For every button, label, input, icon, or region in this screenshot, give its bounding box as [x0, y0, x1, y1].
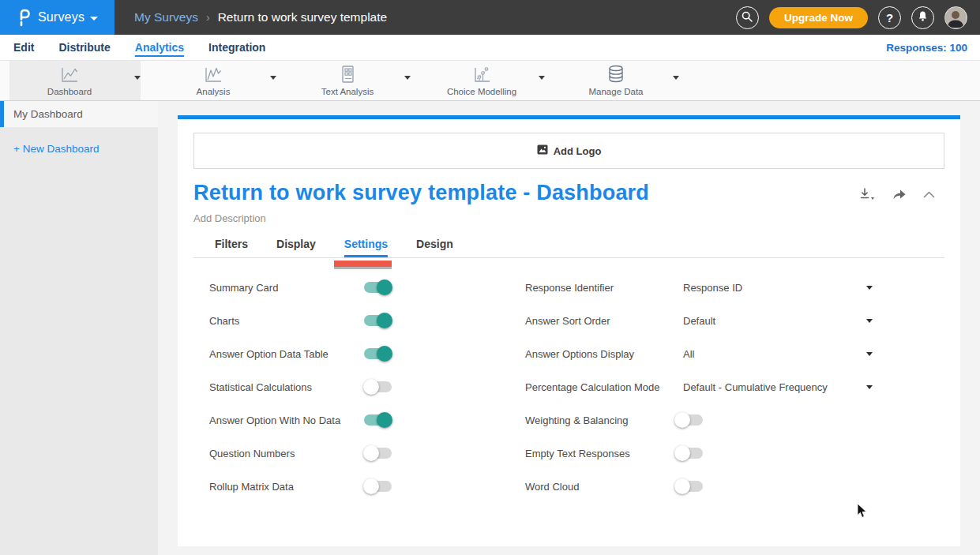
toolbar-item-analysis-dropdown[interactable] — [267, 77, 280, 97]
nav-item-analytics[interactable]: Analytics — [135, 41, 184, 54]
header-actions: Upgrade Now ? — [736, 6, 980, 29]
word-cloud-toggle[interactable] — [675, 481, 703, 492]
tab-label: Design — [416, 238, 453, 250]
breadcrumb: My Surveys › Return to work survey templ… — [134, 10, 387, 24]
search-button[interactable] — [736, 6, 759, 29]
question-mark-icon: ? — [886, 11, 893, 24]
setting-label: Empty Text Responses — [525, 448, 675, 459]
tab-label: Settings — [344, 238, 388, 250]
chevron-down-icon — [673, 76, 679, 93]
tab-label: Filters — [215, 238, 248, 250]
setting-label: Answer Option With No Data — [209, 414, 364, 426]
sidebar-item-label: My Dashboard — [13, 108, 83, 120]
setting-label: Statistical Calculations — [209, 381, 364, 393]
chevron-down-icon — [270, 76, 276, 93]
tab-settings[interactable]: Settings — [344, 238, 388, 257]
chevron-down-icon — [866, 319, 873, 323]
add-description-field[interactable]: Add Description — [193, 212, 944, 224]
settings-tabs: FiltersDisplaySettingsDesign — [193, 238, 944, 258]
page-title[interactable]: Return to work survey template - Dashboa… — [193, 181, 649, 205]
breadcrumb-my-surveys[interactable]: My Surveys — [134, 10, 198, 24]
setting-row-word-cloud: Word Cloud — [509, 470, 873, 503]
select-value: Default - Cumulative Frequency — [683, 381, 828, 393]
survey-nav: EditDistributeAnalyticsIntegration Respo… — [0, 35, 980, 61]
summary-card-toggle[interactable] — [364, 282, 392, 293]
add-logo-label: Add Logo — [554, 145, 602, 157]
database-icon — [606, 65, 626, 84]
percentage-calculation-mode-select[interactable]: Default - Cumulative Frequency — [675, 381, 873, 393]
weighting-balancing-toggle[interactable] — [675, 414, 703, 426]
breadcrumb-survey-title: Return to work survey template — [218, 10, 388, 24]
notifications-button[interactable] — [911, 6, 934, 29]
chevron-down-icon — [866, 352, 873, 356]
add-logo-button[interactable]: Add Logo — [193, 133, 944, 169]
sidebar-item-my-dashboard[interactable]: My Dashboard — [0, 101, 158, 127]
search-icon — [741, 10, 753, 25]
user-avatar[interactable] — [944, 6, 967, 29]
toolbar-item-choice-modelling[interactable]: Choice Modelling — [430, 65, 533, 96]
trend-chart-icon — [203, 65, 223, 84]
select-value: All — [683, 348, 694, 360]
rollup-matrix-data-toggle[interactable] — [364, 481, 392, 492]
toolbar-item-text-analysis-dropdown[interactable] — [401, 77, 414, 97]
setting-row-charts: Charts — [193, 304, 509, 337]
setting-label: Word Cloud — [525, 481, 675, 493]
new-dashboard-button[interactable]: + New Dashboard — [13, 143, 158, 155]
answer-options-display-select[interactable]: All — [675, 348, 873, 360]
toggle-knob — [674, 412, 690, 428]
dashboard-sidebar: My Dashboard + New Dashboard — [0, 101, 158, 555]
setting-row-response-identifier: Response IdentifierResponse ID — [509, 271, 873, 304]
breadcrumb-separator: › — [206, 11, 210, 24]
setting-row-weighting-balancing: Weighting & Balancing — [509, 403, 873, 437]
nav-item-integration[interactable]: Integration — [208, 41, 265, 54]
upgrade-now-button[interactable]: Upgrade Now — [769, 7, 868, 28]
scatter-chart-icon — [471, 65, 492, 84]
toggle-knob — [377, 313, 392, 328]
statistical-calculations-toggle[interactable] — [364, 381, 392, 392]
dashboard-panel: Add Logo Return to work survey template … — [178, 115, 960, 546]
toolbar-item-manage-data[interactable]: Manage Data — [565, 65, 667, 96]
chevron-down-icon — [90, 17, 98, 21]
toggle-knob — [674, 445, 690, 461]
setting-row-summary-card: Summary Card — [193, 271, 509, 304]
toolbar-item-label: Manage Data — [588, 87, 643, 96]
toolbar-item-text-analysis[interactable]: Text Analysis — [296, 65, 399, 96]
toolbar-item-manage-data-dropdown[interactable] — [670, 77, 682, 97]
help-button[interactable]: ? — [878, 6, 901, 29]
nav-item-edit[interactable]: Edit — [13, 41, 34, 54]
tab-design[interactable]: Design — [416, 238, 453, 257]
setting-row-question-numbers: Question Numbers — [193, 437, 509, 470]
empty-text-responses-toggle[interactable] — [675, 448, 703, 459]
tab-display[interactable]: Display — [276, 238, 316, 257]
question-numbers-toggle[interactable] — [364, 448, 392, 459]
toolbar-item-label: Text Analysis — [321, 87, 374, 96]
setting-label: Rollup Matrix Data — [209, 481, 364, 493]
answer-option-data-table-toggle[interactable] — [364, 348, 392, 359]
toggle-knob — [377, 279, 392, 295]
setting-row-percentage-calculation-mode: Percentage Calculation ModeDefault - Cum… — [509, 370, 873, 403]
toggle-knob — [363, 379, 379, 395]
answer-option-with-no-data-toggle[interactable] — [364, 414, 392, 426]
response-identifier-select[interactable]: Response ID — [675, 282, 873, 294]
setting-row-answer-sort-order: Answer Sort OrderDefault — [509, 304, 873, 337]
tab-filters[interactable]: Filters — [215, 238, 248, 257]
toolbar-item-dashboard-dropdown[interactable] — [131, 77, 144, 97]
share-icon[interactable] — [892, 188, 907, 201]
chevron-down-icon — [866, 286, 873, 290]
tab-label: Display — [276, 238, 316, 250]
content-area: Add Logo Return to work survey template … — [158, 101, 980, 555]
toolbar-item-choice-modelling-dropdown[interactable] — [535, 77, 548, 97]
setting-row-answer-option-with-no-data: Answer Option With No Data — [193, 403, 509, 437]
answer-sort-order-select[interactable]: Default — [675, 315, 873, 327]
toolbar-item-analysis[interactable]: Analysis — [162, 65, 265, 96]
toolbar-item-dashboard[interactable]: Dashboard — [18, 65, 121, 96]
product-switcher[interactable]: Surveys — [0, 0, 115, 35]
toggle-knob — [377, 412, 392, 428]
responses-count[interactable]: Responses: 100 — [886, 42, 967, 54]
collapse-chevron-icon[interactable] — [923, 191, 935, 198]
nav-item-distribute[interactable]: Distribute — [58, 41, 110, 54]
image-icon — [537, 144, 548, 158]
charts-toggle[interactable] — [364, 315, 392, 326]
setting-label: Response Identifier — [525, 282, 675, 294]
download-button[interactable] — [858, 187, 876, 201]
